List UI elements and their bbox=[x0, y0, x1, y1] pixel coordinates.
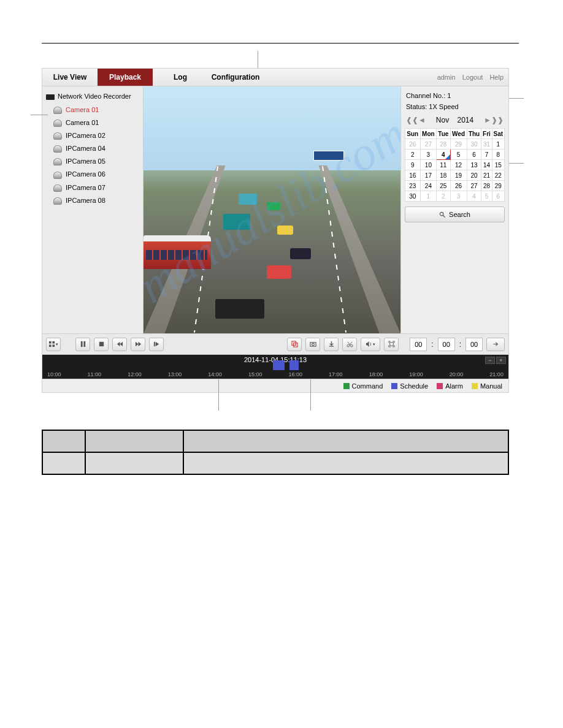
pause-button[interactable] bbox=[75, 338, 90, 351]
zoom-button[interactable] bbox=[384, 338, 399, 351]
sidebar-camera-0[interactable]: Camera 01 bbox=[45, 104, 140, 116]
svg-line-1 bbox=[443, 215, 445, 217]
svg-marker-12 bbox=[138, 342, 141, 346]
layout-button[interactable]: ▾ bbox=[46, 338, 61, 351]
search-button[interactable]: Search bbox=[405, 207, 505, 222]
snapshot-button[interactable] bbox=[305, 338, 320, 351]
search-button-label: Search bbox=[449, 211, 470, 218]
cal-next-month-icon[interactable]: ► bbox=[484, 116, 491, 124]
svg-point-0 bbox=[440, 212, 443, 216]
svg-point-19 bbox=[347, 344, 350, 347]
sidebar-camera-4[interactable]: IPCamera 05 bbox=[45, 155, 140, 168]
status-speed: Status: 1X Speed bbox=[405, 101, 505, 112]
svg-marker-21 bbox=[366, 341, 369, 347]
clip-button[interactable] bbox=[342, 338, 357, 351]
svg-marker-14 bbox=[155, 342, 158, 346]
tab-configuration[interactable]: Configuration bbox=[208, 69, 263, 86]
timeline-clip[interactable] bbox=[273, 360, 285, 370]
svg-rect-5 bbox=[52, 344, 55, 347]
time-min-input[interactable] bbox=[438, 338, 455, 351]
time-sec-input[interactable] bbox=[465, 338, 483, 351]
sidebar-device-title[interactable]: Network Video Recorder bbox=[45, 90, 140, 104]
tab-log[interactable]: Log bbox=[153, 69, 208, 86]
right-panel: Channel No.: 1 Status: 1X Speed ❰❰ ◄ Nov… bbox=[400, 86, 508, 333]
timeline[interactable]: 2014-11-04 15:11:13 −+ 10:0011:0012:0013… bbox=[42, 355, 509, 379]
cal-prev-month-icon[interactable]: ◄ bbox=[418, 116, 426, 124]
timeline-clip[interactable] bbox=[289, 360, 299, 370]
svg-rect-3 bbox=[52, 341, 55, 344]
sidebar-camera-1[interactable]: Camera 01 bbox=[45, 116, 140, 129]
rewind-button[interactable] bbox=[112, 338, 127, 351]
sidebar-camera-7[interactable]: IPCamera 08 bbox=[45, 194, 140, 207]
playback-figure: Live View Playback Log Configuration adm… bbox=[42, 68, 509, 393]
sidebar-camera-3[interactable]: IPCamera 04 bbox=[45, 142, 140, 155]
tab-live[interactable]: Live View bbox=[42, 69, 98, 86]
tab-playback[interactable]: Playback bbox=[98, 69, 153, 86]
playback-viewport[interactable]: manualslib.com bbox=[144, 86, 400, 333]
frame-step-button[interactable] bbox=[149, 338, 164, 351]
help-link[interactable]: Help bbox=[489, 74, 504, 81]
svg-rect-4 bbox=[49, 344, 52, 347]
fastforward-button[interactable] bbox=[131, 338, 145, 351]
svg-marker-9 bbox=[120, 342, 123, 346]
sidebar-camera-6[interactable]: IPCamera 07 bbox=[45, 181, 140, 194]
timeline-zoomout[interactable]: − bbox=[485, 357, 495, 364]
download-button[interactable] bbox=[324, 338, 339, 351]
goto-time-button[interactable] bbox=[486, 338, 505, 351]
stop-button[interactable] bbox=[94, 338, 109, 351]
user-name: admin bbox=[437, 74, 456, 81]
cal-prev-year-icon[interactable]: ❰❰ bbox=[406, 116, 418, 124]
svg-point-20 bbox=[350, 344, 353, 347]
svg-rect-22 bbox=[390, 343, 394, 346]
svg-rect-7 bbox=[83, 341, 85, 347]
svg-marker-10 bbox=[117, 342, 120, 346]
timeline-zoomin[interactable]: + bbox=[496, 357, 506, 364]
cal-next-year-icon[interactable]: ❱❱ bbox=[491, 116, 504, 124]
status-channel: Channel No.: 1 bbox=[405, 90, 505, 101]
volume-button[interactable]: ▾ bbox=[361, 338, 380, 351]
stop-all-button[interactable] bbox=[287, 338, 302, 351]
legend: Command Schedule Alarm Manual bbox=[42, 379, 509, 393]
time-hour-input[interactable] bbox=[410, 338, 427, 351]
sidebar-camera-5[interactable]: IPCamera 06 bbox=[45, 168, 140, 181]
svg-marker-11 bbox=[135, 342, 138, 346]
svg-rect-6 bbox=[80, 341, 82, 347]
svg-point-18 bbox=[312, 343, 314, 346]
svg-rect-2 bbox=[49, 341, 52, 344]
svg-rect-8 bbox=[99, 342, 103, 346]
camera-sidebar: Network Video Recorder Camera 01 Camera … bbox=[42, 86, 144, 333]
sidebar-camera-2[interactable]: IPCamera 02 bbox=[45, 129, 140, 142]
spec-table bbox=[42, 430, 509, 475]
calendar-selected-day: 4 bbox=[437, 150, 450, 160]
playback-toolbar: ▾ ▾ : : bbox=[42, 334, 509, 355]
logout-link[interactable]: Logout bbox=[462, 74, 483, 81]
calendar[interactable]: SunMonTueWedThuFriSat 2627282930311 2345… bbox=[405, 128, 505, 202]
search-icon bbox=[439, 211, 446, 218]
main-tabbar: Live View Playback Log Configuration adm… bbox=[42, 68, 509, 86]
svg-rect-13 bbox=[153, 342, 155, 346]
